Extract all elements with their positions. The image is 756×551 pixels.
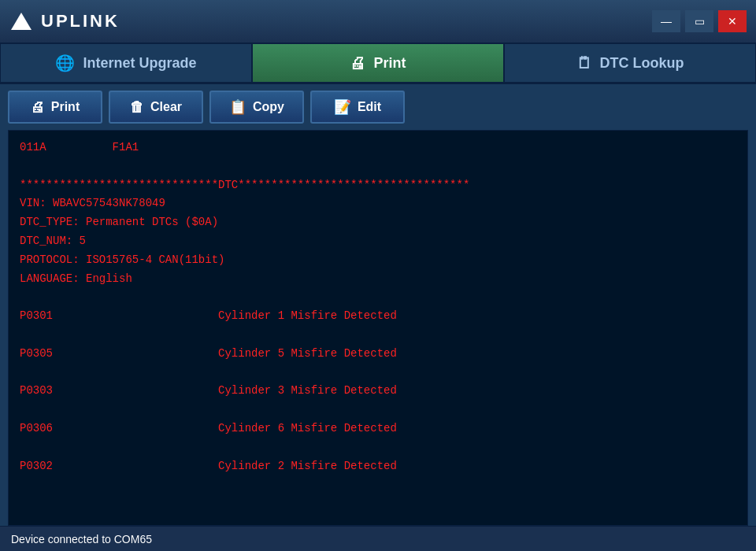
copy-button-icon: 📋 — [229, 98, 246, 116]
edit-button[interactable]: 📝 Edit — [310, 91, 405, 124]
logo-area: UPLINK — [9, 9, 120, 33]
action-bar: 🖨 Print 🗑 Clear 📋 Copy 📝 Edit — [0, 84, 756, 130]
app-title: UPLINK — [41, 11, 120, 31]
tab-print-label: Print — [373, 55, 406, 72]
edit-button-icon: 📝 — [334, 98, 351, 116]
status-bar: Device connected to COM65 — [0, 526, 756, 551]
edit-button-label: Edit — [358, 100, 381, 114]
tab-dtc-lookup[interactable]: 🗒 DTC Lookup — [504, 43, 756, 83]
copy-button[interactable]: 📋 Copy — [209, 91, 304, 124]
nav-tabs: 🌐 Internet Upgrade 🖨 Print 🗒 DTC Lookup — [0, 43, 756, 84]
clear-button-icon: 🗑 — [130, 99, 144, 116]
dtc-lookup-icon: 🗒 — [576, 54, 592, 72]
text-output[interactable]: 011A F1A1 ******************************… — [8, 130, 748, 526]
print-button-icon: 🖨 — [31, 99, 45, 116]
text-output-wrapper: 011A F1A1 ******************************… — [8, 130, 748, 526]
copy-button-label: Copy — [253, 100, 284, 114]
minimize-button[interactable]: — — [652, 10, 680, 32]
tab-internet-upgrade[interactable]: 🌐 Internet Upgrade — [0, 43, 252, 83]
title-bar: UPLINK — ▭ ✕ — [0, 0, 756, 43]
status-text: Device connected to COM65 — [11, 533, 152, 545]
content-area: 011A F1A1 ******************************… — [0, 130, 756, 526]
clear-button-label: Clear — [150, 100, 182, 114]
restore-button[interactable]: ▭ — [685, 10, 713, 32]
window-controls: — ▭ ✕ — [652, 10, 747, 32]
svg-marker-0 — [11, 13, 32, 30]
tab-dtc-lookup-label: DTC Lookup — [600, 55, 684, 72]
close-button[interactable]: ✕ — [718, 10, 747, 32]
print-tab-icon: 🖨 — [350, 54, 365, 72]
print-button[interactable]: 🖨 Print — [8, 91, 102, 124]
tab-print[interactable]: 🖨 Print — [252, 43, 504, 83]
internet-upgrade-icon: 🌐 — [55, 54, 75, 72]
clear-button[interactable]: 🗑 Clear — [109, 91, 203, 124]
print-button-label: Print — [51, 100, 80, 114]
tab-internet-upgrade-label: Internet Upgrade — [83, 55, 196, 72]
logo-icon — [9, 9, 33, 33]
